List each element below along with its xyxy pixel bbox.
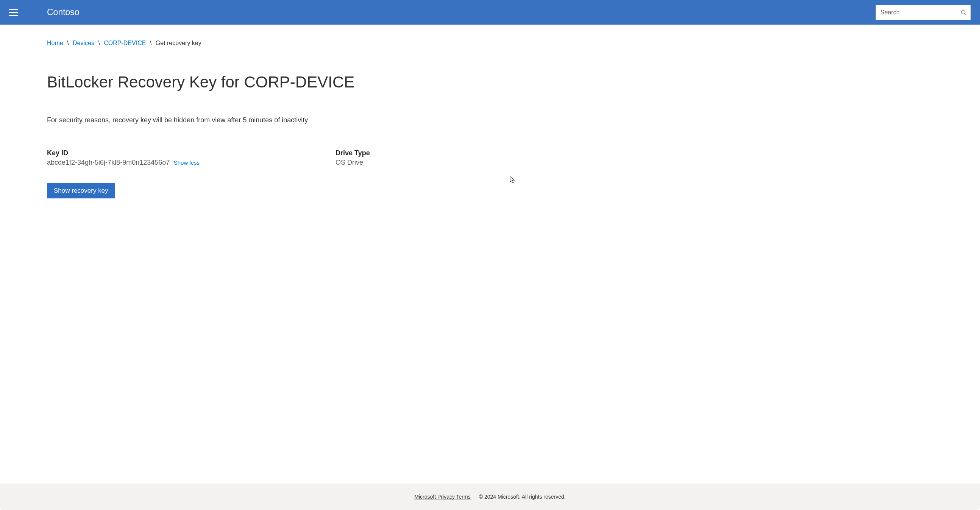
hamburger-menu-button[interactable] [9,9,18,16]
brand-name: Contoso [47,7,80,17]
breadcrumb-separator: \ [67,40,68,46]
key-id-value: abcde1f2-34gh-5i6j-7kl8-9m0n123456o7 [47,159,170,166]
show-recovery-key-button[interactable]: Show recovery key [47,183,115,199]
breadcrumb: Home \ Devices \ CORP-DEVICE \ Get recov… [47,40,476,46]
main-content: Home \ Devices \ CORP-DEVICE \ Get recov… [0,25,523,199]
drive-type-block: Drive Type OS Drive [336,149,370,167]
breadcrumb-device-name[interactable]: CORP-DEVICE [104,40,146,46]
drive-type-value: OS Drive [336,159,370,167]
drive-type-label: Drive Type [336,149,370,157]
page-title: BitLocker Recovery Key for CORP-DEVICE [47,73,476,91]
breadcrumb-devices[interactable]: Devices [73,40,94,46]
breadcrumb-home[interactable]: Home [47,40,63,46]
show-less-link[interactable]: Show less [174,159,200,166]
search-wrapper [875,5,971,20]
breadcrumb-separator: \ [150,40,151,46]
search-input[interactable] [875,5,971,20]
breadcrumb-separator: \ [98,40,100,46]
security-notice: For security reasons, recovery key will … [47,116,476,124]
details-row: Key ID abcde1f2-34gh-5i6j-7kl8-9m0n12345… [47,149,476,167]
breadcrumb-current: Get recovery key [156,40,202,46]
key-id-label: Key ID [47,149,336,157]
top-header: Contoso [0,0,980,25]
key-id-block: Key ID abcde1f2-34gh-5i6j-7kl8-9m0n12345… [47,149,336,167]
